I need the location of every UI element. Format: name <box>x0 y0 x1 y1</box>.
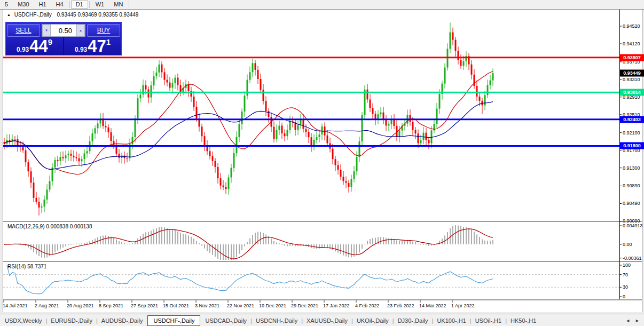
price-badge-0.91800: 0.91800 <box>620 142 644 149</box>
price-axis-label: 0.90490 <box>623 201 640 206</box>
down-arrow-icon: ▼ <box>45 29 48 32</box>
timeframe-button-W1[interactable]: W1 <box>91 1 109 9</box>
timeframe-button-M30[interactable]: M30 <box>13 1 34 9</box>
price-badge-0.92403: 0.92403 <box>620 116 644 123</box>
macd-axis-label: -0.00361 <box>623 256 642 261</box>
date-axis-label: 22 Nov 2021 <box>227 303 254 308</box>
price-badge-0.93014: 0.93014 <box>620 89 644 96</box>
tab-usdcnh-daily[interactable]: USDCNH-,Daily <box>251 315 302 326</box>
up-arrow-icon: ▲ <box>79 29 82 32</box>
rsi-axis-label: 100 <box>623 263 631 268</box>
date-axis-label: 20 Aug 2021 <box>67 303 94 308</box>
timeframe-button-MN[interactable]: MN <box>109 1 128 9</box>
sell-price-pip: 9 <box>48 38 52 46</box>
volume-input[interactable]: 0.50 <box>51 27 76 35</box>
date-axis-label: 1 Apr 2022 <box>451 303 475 308</box>
tab-xauusd-daily[interactable]: XAUUSD-,Daily <box>302 315 352 326</box>
subwindow-arrow-icon: ▲ <box>7 13 11 17</box>
sell-price-display[interactable]: 0.93449 <box>6 37 63 55</box>
macd-axis-label: 0.00 <box>623 242 632 247</box>
date-axis-label: 14 Jul 2021 <box>3 303 28 308</box>
toolbar-separator <box>129 1 129 8</box>
date-axis-splitter <box>3 299 642 300</box>
date-axis-label: 17 Jan 2022 <box>323 303 350 308</box>
buy-price-prefix: 0.93 <box>75 45 87 54</box>
date-axis-label: 29 Dec 2021 <box>291 303 318 308</box>
price-axis-label: 0.92100 <box>623 130 640 136</box>
buy-button[interactable]: BUY <box>87 24 120 37</box>
rsi-axis-label: 30 <box>623 284 628 290</box>
volume-stepper: ▼ 0.50 ▲ <box>42 24 85 37</box>
tab-scroll-arrows: ◄► <box>625 318 640 323</box>
date-axis-label: 14 Mar 2022 <box>419 303 446 308</box>
macd-panel[interactable] <box>3 222 642 261</box>
buy-price-display[interactable]: 0.93471 <box>64 37 121 55</box>
price-badge-0.93449: 0.93449 <box>620 70 644 77</box>
chart-title: ▲ USDCHF-,Daily 0.93445 0.93469 0.93355 … <box>7 12 138 18</box>
sell-button-label: SELL <box>15 27 31 34</box>
price-axis-label: 0.91300 <box>623 165 640 171</box>
rsi-axis-label: 0 <box>623 294 625 299</box>
rsi-splitter[interactable] <box>3 261 642 262</box>
tab-usdx-weekly[interactable]: USDX,Weekly <box>0 315 46 326</box>
price-badge-0.93807: 0.93807 <box>620 54 644 61</box>
date-axis-label: 27 Sep 2021 <box>131 303 158 308</box>
date-axis-label: 2 Aug 2021 <box>35 303 59 308</box>
volume-decrease-button[interactable]: ▼ <box>42 25 51 36</box>
rsi-label: RSI(14) 58.7371 <box>7 264 46 269</box>
rsi-axis-label: 70 <box>623 272 628 277</box>
chart-symbol-label: USDCHF-,Daily <box>14 12 52 18</box>
date-axis-label: 3 Nov 2021 <box>195 303 219 308</box>
date-axis-label: 4 Feb 2022 <box>355 303 380 308</box>
one-click-trading-panel: SELL ▼ 0.50 ▲ BUY 0.93449 0.93471 <box>5 22 122 55</box>
sell-button[interactable]: SELL <box>7 24 40 37</box>
tab-scroll-left-icon[interactable]: ◄ <box>625 318 630 323</box>
timeframe-button-D1[interactable]: D1 <box>71 1 88 9</box>
timeframe-button-5[interactable]: 5 <box>0 1 13 9</box>
tab-dj30-daily[interactable]: DJ30-,Daily <box>393 315 433 326</box>
price-axis-label: 0.94520 <box>623 23 640 29</box>
buy-button-label: BUY <box>97 27 111 34</box>
tab-usdchf-daily[interactable]: USDCHF-,Daily <box>147 315 200 326</box>
tab-audusd-daily[interactable]: AUDUSD-,Daily <box>97 315 148 326</box>
price-axis-label: 0.90890 <box>623 183 640 188</box>
chart-ohlc-values: 0.93445 0.93469 0.93355 0.93449 <box>57 12 139 18</box>
metatrader-window: 5M30H1H4D1W1MN ▲ USDCHF-,Daily 0.93445 0… <box>0 0 644 326</box>
price-axis-label: 0.94120 <box>623 41 640 46</box>
date-axis-label: 8 Sep 2021 <box>99 303 123 308</box>
toolbar-separator <box>89 1 90 8</box>
buy-price-pip: 1 <box>106 38 111 46</box>
price-axis-border <box>619 10 620 299</box>
date-axis-label: 23 Feb 2022 <box>387 303 414 308</box>
macd-label: MACD(12,26,9) 0.000838 0.000138 <box>7 224 92 229</box>
buy-price-main: 47 <box>88 38 106 54</box>
volume-increase-button[interactable]: ▲ <box>76 25 85 36</box>
tab-eurusd-daily[interactable]: EURUSD-,Daily <box>46 315 97 326</box>
toolbar-separator <box>69 1 70 8</box>
price-axis-label: 0.93310 <box>623 77 640 82</box>
timeframe-button-H1[interactable]: H1 <box>34 1 51 9</box>
rsi-panel[interactable] <box>3 262 642 299</box>
tab-ukoil-daily[interactable]: UKOil-,Daily <box>352 315 394 326</box>
symbol-tab-bar: USDX,Weekly|EURUSD-,Daily|AUDUSD-,DailyU… <box>0 314 644 326</box>
date-axis-label: 15 Oct 2021 <box>163 303 189 308</box>
tab-usdcad-daily[interactable]: USDCAD-,Daily <box>200 315 252 326</box>
sell-price-main: 44 <box>29 38 48 54</box>
tab-hk50-h1[interactable]: HK50-,H1 <box>506 315 541 326</box>
timeframe-button-H4[interactable]: H4 <box>51 1 68 9</box>
macd-axis-label: 0.004913 <box>623 223 643 228</box>
date-axis-label: 10 Dec 2021 <box>259 303 286 308</box>
tab-usoil-h1[interactable]: USOil-,H1 <box>470 315 507 326</box>
window-left-border <box>3 10 3 312</box>
tab-scroll-right-icon[interactable]: ► <box>635 318 640 323</box>
timeframe-toolbar: 5M30H1H4D1W1MN <box>0 0 644 10</box>
macd-splitter[interactable] <box>3 221 642 222</box>
tab-uk100-h1[interactable]: UK100-,H1 <box>432 315 470 326</box>
sell-price-prefix: 0.93 <box>17 45 29 54</box>
